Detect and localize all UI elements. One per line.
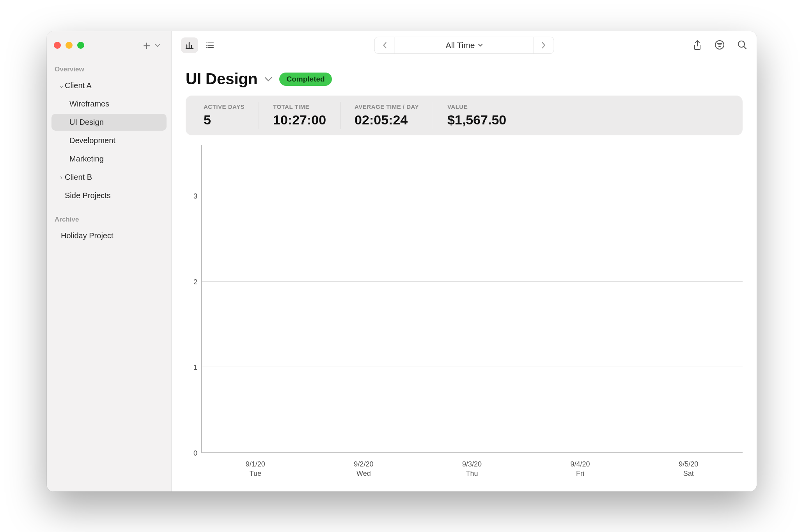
stat-value: 5 bbox=[204, 112, 245, 128]
add-button[interactable]: ＋ bbox=[137, 36, 164, 55]
sidebar-item-label: Holiday Project bbox=[61, 231, 113, 240]
sidebar-item-marketing[interactable]: Marketing bbox=[51, 151, 167, 167]
chart-x-tick: 9/4/20Fri bbox=[526, 456, 635, 484]
chart-y-tick: 3 bbox=[193, 192, 197, 200]
stat-label: VALUE bbox=[447, 103, 506, 110]
chevron-left-icon bbox=[382, 42, 387, 49]
chart-y-tick: 1 bbox=[193, 364, 197, 372]
chevron-down-icon: ⌄ bbox=[58, 82, 65, 89]
main-content: All Time UI Design bbox=[172, 31, 757, 491]
chart-bars bbox=[202, 145, 743, 452]
close-window-button[interactable] bbox=[54, 42, 61, 49]
sidebar-item-label: Side Projects bbox=[65, 191, 111, 200]
time-bar-chart: 0123 9/1/20Tue9/2/20Wed9/3/20Thu9/4/20Fr… bbox=[186, 145, 743, 484]
sidebar-item-client-a[interactable]: ⌄ Client A bbox=[51, 77, 167, 94]
chevron-right-icon bbox=[541, 42, 546, 49]
window-controls bbox=[54, 42, 84, 49]
sidebar-item-ui-design[interactable]: UI Design bbox=[51, 114, 167, 131]
date-range-label: All Time bbox=[446, 41, 475, 50]
sidebar-section-overview: Overview bbox=[47, 59, 171, 76]
sidebar-item-wireframes[interactable]: Wireframes bbox=[51, 96, 167, 112]
chart-y-tick: 0 bbox=[193, 449, 197, 458]
chart-x-tick: 9/5/20Sat bbox=[634, 456, 743, 484]
chart-x-tick: 9/1/20Tue bbox=[201, 456, 310, 484]
stat-label: AVERAGE TIME / DAY bbox=[355, 103, 419, 110]
date-prev-button[interactable] bbox=[375, 37, 395, 53]
chevron-right-icon: › bbox=[58, 174, 65, 181]
chart-gridline bbox=[202, 196, 743, 196]
sidebar-item-label: Client B bbox=[65, 173, 92, 182]
chart-container: 0123 9/1/20Tue9/2/20Wed9/3/20Thu9/4/20Fr… bbox=[172, 145, 757, 491]
sidebar-item-client-b[interactable]: › Client B bbox=[51, 169, 167, 186]
list-view-button[interactable] bbox=[201, 37, 218, 53]
chevron-down-icon bbox=[155, 43, 160, 47]
stat-value: VALUE $1,567.50 bbox=[433, 102, 520, 129]
status-badge: Completed bbox=[279, 73, 332, 86]
stat-value: $1,567.50 bbox=[447, 112, 506, 128]
sidebar-item-label: UI Design bbox=[69, 118, 104, 127]
toolbar: All Time bbox=[172, 31, 757, 59]
view-toggle bbox=[181, 37, 218, 53]
chart-y-axis: 0123 bbox=[186, 145, 201, 468]
chart-gridline bbox=[202, 367, 743, 367]
chart-x-tick: 9/2/20Wed bbox=[310, 456, 418, 484]
stats-panel: ACTIVE DAYS 5 TOTAL TIME 10:27:00 AVERAG… bbox=[186, 96, 743, 135]
zoom-window-button[interactable] bbox=[77, 42, 84, 49]
page-header: UI Design Completed bbox=[172, 59, 757, 96]
toolbar-actions bbox=[693, 40, 747, 51]
search-button[interactable] bbox=[737, 40, 747, 51]
chart-x-axis: 9/1/20Tue9/2/20Wed9/3/20Thu9/4/20Fri9/5/… bbox=[201, 456, 743, 484]
title-dropdown-button[interactable] bbox=[264, 76, 272, 82]
sidebar-item-label: Wireframes bbox=[69, 99, 109, 108]
share-icon bbox=[693, 40, 702, 51]
search-icon bbox=[737, 40, 747, 50]
chart-gridline bbox=[202, 452, 743, 452]
window-titlebar: ＋ bbox=[47, 31, 171, 59]
date-range-selector: All Time bbox=[374, 37, 554, 54]
stat-active-days: ACTIVE DAYS 5 bbox=[190, 102, 259, 129]
chevron-down-icon bbox=[478, 43, 482, 47]
sidebar-item-holiday-project[interactable]: Holiday Project bbox=[51, 227, 167, 244]
share-button[interactable] bbox=[693, 40, 702, 51]
bar-chart-icon bbox=[185, 41, 194, 49]
sidebar-section-archive: Archive bbox=[47, 209, 171, 227]
chart-y-tick: 2 bbox=[193, 278, 197, 286]
filter-button[interactable] bbox=[715, 40, 725, 51]
sidebar-item-label: Marketing bbox=[69, 154, 104, 163]
stat-label: ACTIVE DAYS bbox=[204, 103, 245, 110]
stat-value: 10:27:00 bbox=[273, 112, 326, 128]
sidebar-item-development[interactable]: Development bbox=[51, 132, 167, 149]
date-next-button[interactable] bbox=[533, 37, 553, 53]
stat-label: TOTAL TIME bbox=[273, 103, 326, 110]
app-window: ＋ Overview ⌄ Client A Wireframes UI Desi… bbox=[47, 31, 757, 491]
stat-total-time: TOTAL TIME 10:27:00 bbox=[259, 102, 340, 129]
sidebar: ＋ Overview ⌄ Client A Wireframes UI Desi… bbox=[47, 31, 172, 491]
date-range-button[interactable]: All Time bbox=[395, 37, 534, 53]
chart-view-button[interactable] bbox=[181, 37, 198, 53]
plus-icon: ＋ bbox=[141, 37, 152, 53]
chart-gridline bbox=[202, 281, 743, 282]
filter-icon bbox=[715, 40, 725, 50]
page-title: UI Design bbox=[186, 70, 257, 88]
chart-plot-area bbox=[201, 145, 743, 453]
chart-x-tick: 9/3/20Thu bbox=[418, 456, 526, 484]
minimize-window-button[interactable] bbox=[66, 42, 73, 49]
sidebar-item-label: Client A bbox=[65, 81, 92, 90]
sidebar-item-label: Development bbox=[69, 136, 115, 145]
stat-average-time: AVERAGE TIME / DAY 02:05:24 bbox=[340, 102, 433, 129]
sidebar-item-side-projects[interactable]: Side Projects bbox=[51, 187, 167, 204]
stat-value: 02:05:24 bbox=[355, 112, 419, 128]
list-icon bbox=[205, 41, 215, 49]
